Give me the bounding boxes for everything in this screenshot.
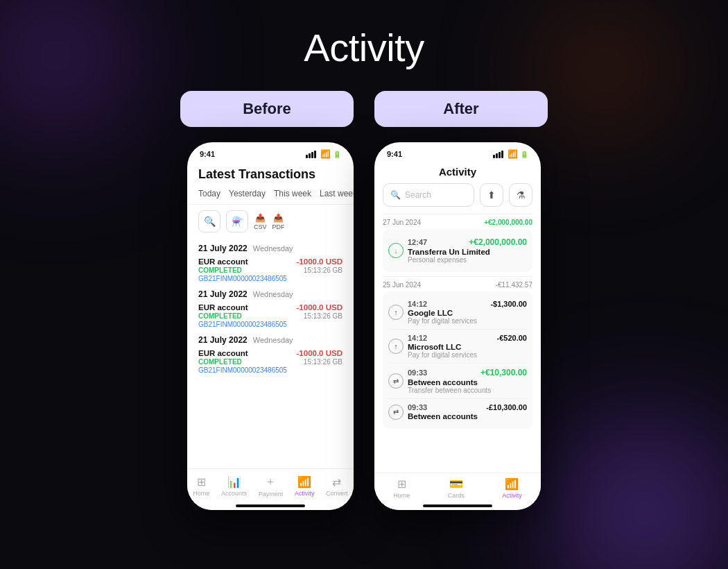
after-txn-5[interactable]: ⇄ 09:33 -£10,300.00 Between accounts: [388, 399, 527, 425]
after-screen-title: Activity: [374, 162, 541, 183]
accounts-icon: 📊: [227, 475, 241, 489]
convert-icon: ⇄: [332, 475, 341, 489]
date-sub-3: Wednesday: [253, 336, 293, 344]
after-txn-3[interactable]: ↑ 14:12 -€520.00 Microsoft LLC Pay for d…: [388, 330, 527, 364]
cards-icon-after: 💳: [449, 477, 463, 491]
status-time-after: 9:41: [387, 150, 402, 158]
txn-iban-3: GB21FINM00000023486505: [198, 366, 343, 374]
nav-cards-after[interactable]: 💳 Cards: [448, 477, 465, 499]
txn-amount-1: -1000.0 USD: [297, 257, 343, 266]
bg-blob-topright: [534, 0, 673, 139]
tab-yesterday[interactable]: Yesterday: [229, 189, 266, 198]
search-icon: 🔍: [390, 190, 401, 200]
share-button[interactable]: ⬆: [480, 183, 503, 207]
nav-activity-before[interactable]: 📶 Activity: [295, 475, 315, 497]
section-date-2: 25 Jun 2024: [383, 281, 421, 289]
txn-amount-2: -1000.0 USD: [297, 303, 343, 312]
section-header-1: 27 Jun 2024 +€2,000,000.00: [383, 214, 532, 229]
txn-iban-1: GB21FINM00000023486505: [198, 275, 343, 282]
before-screen-title: Latest Transactions: [187, 162, 354, 186]
txn-icon-3: ↑: [388, 339, 404, 354]
csv-button[interactable]: 📤 CSV: [254, 213, 267, 230]
section-card-1: ↓ 12:47 +€2,000,000.00 Transferra Un Lim…: [383, 229, 532, 272]
section-card-2: ↑ 14:12 -$1,300.00 Google LLC Pay for di…: [383, 291, 532, 429]
after-txn-amount-3: -€520.00: [497, 334, 527, 342]
status-icons-before: 📶 🔋: [306, 149, 341, 159]
txn-time-3: 15:13:26 GB: [304, 358, 343, 366]
toolbar-before: 🔍 ⚗️ 📤 CSV 📤 PDF: [187, 205, 354, 238]
txn-account-1: EUR account: [198, 257, 248, 266]
wifi-icon-after: 📶: [508, 149, 518, 159]
nav-activity-after-label: Activity: [502, 492, 522, 499]
after-txn-name-3: Microsoft LLC: [408, 343, 527, 351]
txn-status-1: COMPLETED: [198, 266, 242, 274]
date-main-1: 21 July 2022: [198, 244, 248, 253]
txn-item-1[interactable]: EUR account -1000.0 USD COMPLETED 15:13:…: [198, 257, 343, 282]
search-button-before[interactable]: 🔍: [198, 210, 220, 232]
signal-bars: [306, 151, 316, 158]
after-txn-time-5: 09:33: [408, 403, 427, 411]
date-sub-2: Wednesday: [253, 290, 293, 298]
nav-home-before[interactable]: ⊞ Home: [193, 475, 209, 497]
tab-this-week[interactable]: This week: [274, 189, 311, 198]
filter-button-after[interactable]: ⚗: [509, 183, 532, 207]
after-txn-4[interactable]: ⇄ 09:33 +€10,300.00 Between accounts Tra…: [388, 364, 527, 399]
phones-row: 9:41 📶 🔋 Latest Transactions Today Yeste…: [187, 142, 541, 510]
after-phone: 9:41 📶 🔋 Activity 🔍 Search ⬆: [374, 142, 541, 510]
before-label: Before: [180, 91, 354, 127]
after-txn-name-5: Between accounts: [408, 412, 527, 421]
date-header-1: 21 July 2022 Wednesday: [198, 244, 343, 253]
txn-status-2: COMPLETED: [198, 312, 242, 320]
nav-activity-label: Activity: [295, 490, 315, 497]
status-bar-before: 9:41 📶 🔋: [187, 142, 354, 162]
transactions-list-before: 21 July 2022 Wednesday EUR account -1000…: [187, 238, 354, 468]
nav-accounts-before[interactable]: 📊 Accounts: [221, 475, 247, 497]
after-txn-sub-1: Personal expenses: [408, 256, 527, 264]
labels-row: Before After: [180, 91, 548, 127]
tab-bar-before[interactable]: Today Yesterday This week Last week Th..…: [187, 186, 354, 205]
search-input-box[interactable]: 🔍 Search: [383, 183, 474, 207]
activity-icon-after: 📶: [505, 477, 519, 491]
filter-button-before[interactable]: ⚗️: [226, 210, 248, 232]
after-txn-time-4: 09:33: [408, 368, 427, 377]
txn-item-2[interactable]: EUR account -1000.0 USD COMPLETED 15:13:…: [198, 303, 343, 328]
home-indicator-before: [187, 506, 354, 510]
date-header-2: 21 July 2022 Wednesday: [198, 289, 343, 299]
after-txn-amount-5: -£10,300.00: [486, 403, 527, 411]
txn-item-3[interactable]: EUR account -1000.0 USD COMPLETED 15:13:…: [198, 349, 343, 374]
bg-blob-bottomright: [534, 402, 728, 569]
after-txn-sub-2: Pay for digital services: [408, 317, 527, 325]
nav-payment-before[interactable]: ＋ Payment: [259, 475, 284, 498]
tab-last-week[interactable]: Last week: [320, 189, 354, 198]
battery-icon: 🔋: [333, 151, 341, 158]
after-txn-name-1: Transferra Un Limited: [408, 248, 527, 256]
nav-activity-after[interactable]: 📶 Activity: [502, 477, 522, 499]
after-txn-time-2: 14:12: [408, 300, 427, 308]
after-txn-amount-4: +€10,300.00: [480, 368, 527, 377]
search-placeholder: Search: [405, 190, 431, 200]
nav-convert-before[interactable]: ⇄ Convert: [326, 475, 348, 497]
home-indicator-after: [374, 506, 541, 510]
tab-today[interactable]: Today: [198, 189, 220, 198]
txn-icon-4: ⇄: [388, 373, 404, 389]
section-header-2: 25 Jun 2024 -€11,432.57: [383, 276, 532, 291]
signal-bars-after: [493, 151, 503, 158]
txn-time-2: 15:13:26 GB: [304, 312, 343, 320]
search-toolbar: 🔍 Search ⬆ ⚗: [374, 183, 541, 214]
date-sub-1: Wednesday: [253, 244, 293, 253]
nav-home-after[interactable]: ⊞ Home: [393, 477, 410, 499]
status-icons-after: 📶 🔋: [493, 149, 528, 159]
after-txn-amount-2: -$1,300.00: [490, 300, 527, 308]
after-txn-time-3: 14:12: [408, 334, 427, 342]
after-txn-2[interactable]: ↑ 14:12 -$1,300.00 Google LLC Pay for di…: [388, 296, 527, 330]
bottom-nav-before: ⊞ Home 📊 Accounts ＋ Payment 📶 Activity ⇄…: [187, 468, 354, 506]
pdf-button[interactable]: 📤 PDF: [272, 213, 285, 230]
after-txn-name-2: Google LLC: [408, 309, 527, 317]
home-icon-after: ⊞: [397, 477, 406, 491]
date-main-3: 21 July 2022: [198, 335, 248, 345]
status-bar-after: 9:41 📶 🔋: [374, 142, 541, 162]
after-txn-1[interactable]: ↓ 12:47 +€2,000,000.00 Transferra Un Lim…: [388, 233, 527, 268]
section-date-1: 27 Jun 2024: [383, 219, 421, 226]
date-header-3: 21 July 2022 Wednesday: [198, 335, 343, 345]
txn-account-3: EUR account: [198, 349, 248, 357]
